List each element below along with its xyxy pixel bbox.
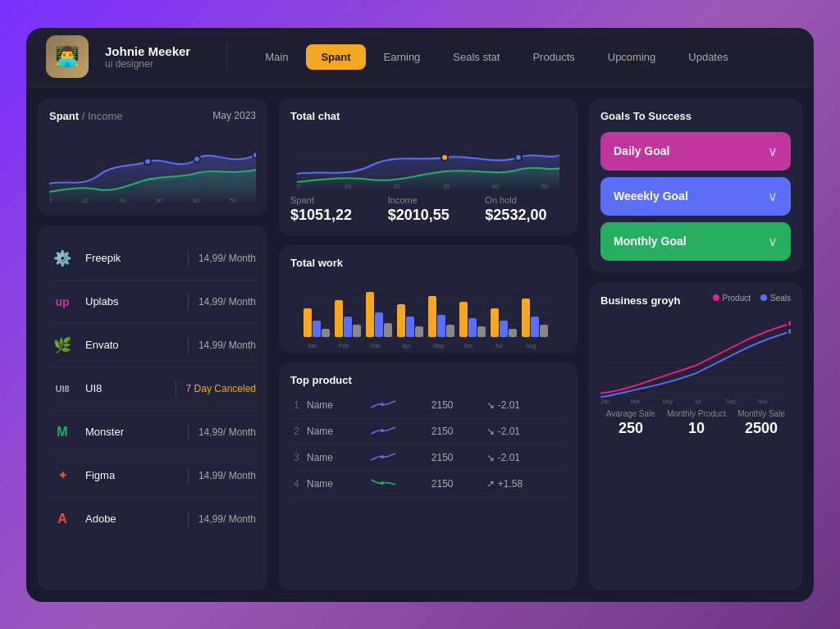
business-growth-title: Business groyh — [600, 294, 681, 307]
freepik-name: Freepik — [85, 252, 178, 264]
product-row-2: 2 Name 2150 ↘ -2.01 — [290, 418, 566, 444]
sub-divider-2 — [188, 294, 189, 310]
product-name-3: Name — [304, 444, 368, 471]
svg-point-62 — [381, 403, 384, 406]
svg-text:30: 30 — [156, 198, 162, 203]
svg-text:0: 0 — [49, 198, 52, 203]
top-product-card: Top product 1 Name 2150 ↘ -2.01 2 Name — [279, 362, 578, 590]
sub-divider-6 — [188, 467, 189, 484]
tab-spant[interactable]: Spant — [306, 44, 365, 70]
svg-text:50: 50 — [541, 184, 548, 189]
svg-rect-45 — [459, 302, 468, 337]
svg-text:Jul: Jul — [495, 343, 502, 349]
svg-text:Nov: Nov — [757, 399, 768, 404]
spant-income-card: Spant / Income May 2023 — [38, 98, 267, 216]
goal-daily-arrow: ∨ — [768, 144, 778, 159]
spant-card-header: Spant / Income May 2023 — [49, 110, 256, 122]
adobe-name: Adobe — [85, 513, 178, 525]
goals-title: Goals To Success — [600, 110, 791, 122]
uplabs-icon: up — [49, 289, 75, 315]
svg-rect-36 — [366, 292, 374, 337]
biz-stat-monthly-sale: Monthly Sale 2500 — [737, 409, 785, 437]
goals-card: Goals To Success Daily Goal ∨ Weeekly Go… — [589, 98, 802, 272]
svg-rect-42 — [428, 296, 436, 337]
svg-point-72 — [788, 328, 791, 335]
product-val-4: 2150 — [428, 471, 484, 497]
biz-stat-avg-label: Avarage Sale — [606, 409, 655, 418]
business-growth-chart: Jan Mar May Jul Sep Nov — [600, 312, 791, 403]
svg-text:Mar: Mar — [371, 343, 381, 349]
goal-monthly-arrow: ∨ — [768, 234, 778, 249]
monster-name: Monster — [85, 426, 178, 438]
product-row-1: 1 Name 2150 ↘ -2.01 — [290, 393, 566, 419]
figma-name: Figma — [85, 469, 178, 481]
tab-earning[interactable]: Earning — [369, 44, 436, 70]
stat-income-value: $2010,55 — [388, 207, 469, 224]
main-content: Spant / Income May 2023 — [26, 87, 814, 602]
svg-text:30: 30 — [443, 184, 450, 189]
sub-monster[interactable]: M Monster 14,99/ Month — [49, 411, 256, 454]
uplabs-name: Uplabs — [85, 295, 178, 308]
total-work-chart: Jan Feb Mar Apr May Jun Jul Aug — [290, 276, 566, 341]
spant-card-title: Spant / Income — [49, 110, 123, 122]
tab-upcoming[interactable]: Upcoming — [593, 44, 671, 70]
goal-weekly[interactable]: Weeekly Goal ∨ — [600, 177, 791, 216]
app-container: 👨‍💻 Johnie Meeker ui designer Main Spant… — [26, 28, 814, 602]
top-product-title: Top product — [290, 374, 566, 386]
left-panel: Spant / Income May 2023 — [38, 98, 267, 590]
svg-rect-39 — [397, 304, 405, 337]
sub-divider-3 — [188, 337, 189, 353]
sub-figma[interactable]: ✦ Figma 14,99/ Month — [49, 454, 256, 498]
tab-seals[interactable]: Seals stat — [438, 44, 514, 70]
svg-point-5 — [144, 158, 151, 165]
product-val-2: 2150 — [428, 418, 484, 444]
monster-icon: M — [49, 419, 75, 445]
svg-rect-34 — [344, 317, 352, 337]
sub-freepik[interactable]: ⚙️ Freepik 14,99/ Month — [49, 237, 256, 280]
product-change-1: ↘ -2.01 — [483, 393, 566, 419]
tab-products[interactable]: Products — [518, 44, 589, 70]
envato-price: 14,99/ Month — [199, 340, 256, 351]
tab-updates[interactable]: Updates — [673, 44, 742, 70]
adobe-price: 14,99/ Month — [199, 513, 256, 525]
svg-text:Jun: Jun — [463, 343, 472, 349]
product-name-2: Name — [304, 418, 368, 444]
subscriptions-card: ⚙️ Freepik 14,99/ Month up Uplabs 14,99/… — [38, 226, 267, 590]
product-num-3: 3 — [290, 444, 304, 471]
svg-point-71 — [788, 320, 791, 326]
goal-daily[interactable]: Daily Goal ∨ — [600, 132, 791, 171]
svg-rect-44 — [446, 325, 454, 337]
sub-ui8[interactable]: UI8 UI8 7 Day Canceled — [49, 367, 256, 411]
product-num-1: 1 — [290, 393, 304, 419]
product-row-4: 4 Name 2150 ↗ +1.58 — [290, 471, 566, 497]
sub-adobe[interactable]: A Adobe 14,99/ Month — [49, 498, 256, 540]
total-work-card: Total work — [279, 245, 578, 353]
stat-onhold: On hold $2532,00 — [485, 195, 566, 224]
svg-rect-47 — [477, 326, 486, 337]
svg-rect-50 — [509, 329, 517, 337]
goal-weekly-arrow: ∨ — [768, 189, 778, 204]
goal-monthly-label: Monthly Goal — [614, 235, 687, 248]
sub-uplabs[interactable]: up Uplabs 14,99/ Month — [49, 280, 256, 324]
total-chat-title: Total chat — [290, 110, 566, 122]
legend-product-label: Product — [723, 294, 751, 303]
legend-seals-dot — [760, 294, 767, 301]
business-growth-card: Business groyh Product Seals — [589, 282, 802, 590]
svg-text:40: 40 — [492, 184, 499, 189]
legend-seals-label: Seals — [770, 294, 791, 303]
nav-tabs: Main Spant Earning Seals stat Products U… — [250, 44, 794, 70]
svg-text:Sep: Sep — [726, 399, 736, 405]
header: 👨‍💻 Johnie Meeker ui designer Main Spant… — [26, 28, 814, 87]
total-chat-chart: 0 10 20 30 40 50 — [290, 129, 566, 190]
svg-point-65 — [381, 481, 384, 485]
svg-text:Jan: Jan — [308, 343, 317, 349]
svg-rect-30 — [304, 308, 312, 337]
goal-monthly[interactable]: Monthly Goal ∨ — [600, 222, 791, 261]
envato-name: Envato — [85, 339, 178, 351]
svg-rect-32 — [322, 329, 330, 337]
svg-rect-41 — [415, 326, 423, 337]
sub-envato[interactable]: 🌿 Envato 14,99/ Month — [49, 324, 256, 367]
spant-card-date: May 2023 — [212, 110, 256, 121]
svg-text:10: 10 — [345, 184, 351, 189]
tab-main[interactable]: Main — [250, 44, 303, 70]
